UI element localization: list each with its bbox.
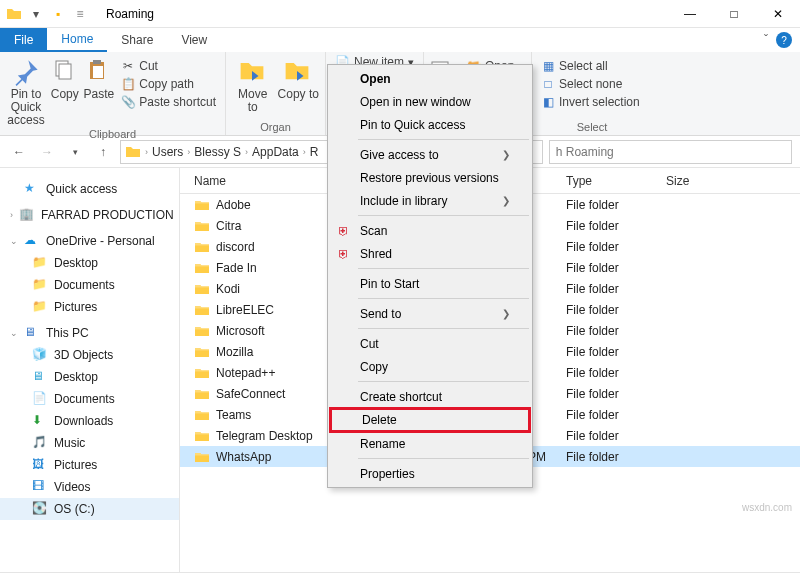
recent-locations-button[interactable]: ▾ [64, 141, 86, 163]
pin-to-quick-access-button[interactable]: Pin to Quick access [6, 54, 46, 128]
paste-button[interactable]: Paste [84, 54, 115, 101]
sidebar-videos[interactable]: 🎞Videos [0, 476, 179, 498]
move-to-button[interactable]: Move to [232, 54, 274, 114]
folder-icon: 📁 [32, 255, 48, 271]
ctx-delete[interactable]: Delete [329, 407, 531, 433]
close-button[interactable]: ✕ [756, 0, 800, 28]
folder-icon: 📁 [32, 299, 48, 315]
file-type: File folder [560, 303, 660, 317]
select-none-icon: □ [541, 77, 555, 91]
ctx-create-shortcut[interactable]: Create shortcut [330, 385, 530, 408]
ribbon-collapse-icon[interactable]: ˇ [764, 33, 768, 47]
context-menu: Open Open in new window Pin to Quick acc… [327, 64, 533, 488]
select-none-button[interactable]: □Select none [538, 76, 643, 92]
file-name: LibreELEC [216, 303, 274, 317]
overflow-icon[interactable]: ≡ [72, 6, 88, 22]
sidebar-onedrive-documents[interactable]: 📁Documents [0, 274, 179, 296]
videos-icon: 🎞 [32, 479, 48, 495]
tab-share[interactable]: Share [107, 28, 167, 52]
folder-icon [194, 260, 210, 276]
music-icon: 🎵 [32, 435, 48, 451]
ctx-properties[interactable]: Properties [330, 462, 530, 485]
ctx-cut[interactable]: Cut [330, 332, 530, 355]
chevron-right-icon: ❯ [502, 149, 510, 160]
qat-dropdown-icon[interactable]: ▾ [28, 6, 44, 22]
crumb-roaming[interactable]: R [310, 145, 319, 159]
file-name: Fade In [216, 261, 257, 275]
ctx-scan[interactable]: ⛨Scan [330, 219, 530, 242]
sidebar-this-pc[interactable]: ⌄🖥This PC [0, 322, 179, 344]
up-button[interactable]: ↑ [92, 141, 114, 163]
paste-shortcut-button[interactable]: 📎Paste shortcut [118, 94, 219, 110]
sidebar-onedrive[interactable]: ⌄☁OneDrive - Personal [0, 230, 179, 252]
paste-shortcut-icon: 📎 [121, 95, 135, 109]
folder-icon [194, 365, 210, 381]
file-type: File folder [560, 282, 660, 296]
folder-icon [194, 302, 210, 318]
ctx-pin-quick-access[interactable]: Pin to Quick access [330, 113, 530, 136]
cut-button[interactable]: ✂Cut [118, 58, 219, 74]
sidebar-quick-access[interactable]: ★Quick access [0, 178, 179, 200]
sidebar-downloads[interactable]: ⬇Downloads [0, 410, 179, 432]
sidebar-onedrive-pictures[interactable]: 📁Pictures [0, 296, 179, 318]
sidebar-desktop[interactable]: 🖥Desktop [0, 366, 179, 388]
sidebar-pictures[interactable]: 🖼Pictures [0, 454, 179, 476]
file-name: Notepad++ [216, 366, 275, 380]
folder-icon [194, 428, 210, 444]
ctx-rename[interactable]: Rename [330, 432, 530, 455]
search-input[interactable]: h Roaming [549, 140, 792, 164]
svg-rect-3 [93, 60, 101, 64]
file-name: Teams [216, 408, 251, 422]
invert-selection-icon: ◧ [541, 95, 555, 109]
help-icon[interactable]: ? [776, 32, 792, 48]
minimize-button[interactable]: — [668, 0, 712, 28]
ctx-open-new-window[interactable]: Open in new window [330, 90, 530, 113]
tabs-icon[interactable]: ▪ [50, 6, 66, 22]
copy-button[interactable]: Copy [50, 54, 80, 101]
crumb-users[interactable]: Users› [152, 145, 190, 159]
maximize-button[interactable]: □ [712, 0, 756, 28]
back-button[interactable]: ← [8, 141, 30, 163]
sidebar-os-drive[interactable]: 💽OS (C:) [0, 498, 179, 520]
building-icon: 🏢 [19, 207, 35, 223]
folder-icon: 📁 [32, 277, 48, 293]
shield-icon: ⛨ [336, 246, 352, 262]
file-type: File folder [560, 387, 660, 401]
paste-icon [85, 58, 113, 86]
copy-to-button[interactable]: Copy to [278, 54, 320, 101]
ctx-pin-start[interactable]: Pin to Start [330, 272, 530, 295]
sidebar-documents[interactable]: 📄Documents [0, 388, 179, 410]
column-size[interactable]: Size [660, 174, 730, 188]
copy-path-button[interactable]: 📋Copy path [118, 76, 219, 92]
folder-icon [6, 6, 22, 22]
file-type: File folder [560, 408, 660, 422]
ctx-restore-versions[interactable]: Restore previous versions [330, 166, 530, 189]
ctx-include-library[interactable]: Include in library❯ [330, 189, 530, 212]
sidebar-farrad[interactable]: ›🏢FARRAD PRODUCTION [0, 204, 179, 226]
ctx-copy[interactable]: Copy [330, 355, 530, 378]
file-name: Telegram Desktop [216, 429, 313, 443]
file-name: Mozilla [216, 345, 253, 359]
ctx-open[interactable]: Open [330, 67, 530, 90]
chevron-right-icon: ❯ [502, 195, 510, 206]
sidebar-onedrive-desktop[interactable]: 📁Desktop [0, 252, 179, 274]
sidebar-3d-objects[interactable]: 🧊3D Objects [0, 344, 179, 366]
invert-selection-button[interactable]: ◧Invert selection [538, 94, 643, 110]
tab-file[interactable]: File [0, 28, 47, 52]
file-type: File folder [560, 429, 660, 443]
tab-view[interactable]: View [167, 28, 221, 52]
forward-button[interactable]: → [36, 141, 58, 163]
tab-home[interactable]: Home [47, 28, 107, 52]
ctx-send-to[interactable]: Send to❯ [330, 302, 530, 325]
ctx-give-access[interactable]: Give access to❯ [330, 143, 530, 166]
select-all-button[interactable]: ▦Select all [538, 58, 643, 74]
sidebar-music[interactable]: 🎵Music [0, 432, 179, 454]
ctx-shred[interactable]: ⛨Shred [330, 242, 530, 265]
file-type: File folder [560, 345, 660, 359]
cut-icon: ✂ [121, 59, 135, 73]
column-type[interactable]: Type [560, 174, 660, 188]
file-name: discord [216, 240, 255, 254]
navigation-pane[interactable]: ★Quick access ›🏢FARRAD PRODUCTION ⌄☁OneD… [0, 168, 180, 572]
crumb-appdata[interactable]: AppData› [252, 145, 306, 159]
crumb-user[interactable]: Blessy S› [194, 145, 248, 159]
